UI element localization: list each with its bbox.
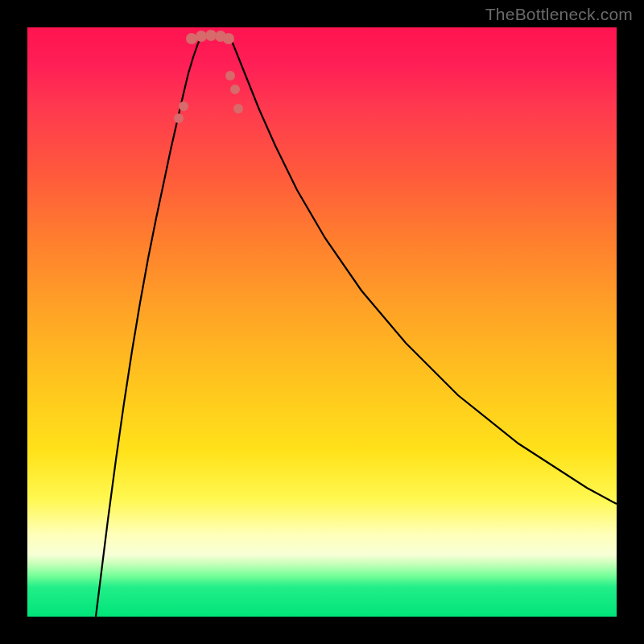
data-point-marker bbox=[225, 71, 235, 80]
data-point-marker bbox=[223, 33, 234, 44]
curve-left bbox=[96, 34, 203, 617]
data-point-marker bbox=[233, 104, 243, 114]
plot-area bbox=[27, 27, 617, 617]
data-point-marker bbox=[205, 30, 217, 41]
data-point-marker bbox=[186, 33, 197, 44]
watermark-text: TheBottleneck.com bbox=[485, 5, 633, 24]
data-point-marker bbox=[174, 114, 184, 123]
data-point-marker bbox=[230, 85, 240, 94]
data-point-marker bbox=[179, 101, 188, 111]
data-point-marker bbox=[196, 31, 207, 42]
chart-frame: TheBottleneck.com bbox=[0, 0, 644, 644]
bottleneck-curve bbox=[27, 27, 617, 617]
curve-right bbox=[229, 34, 617, 504]
